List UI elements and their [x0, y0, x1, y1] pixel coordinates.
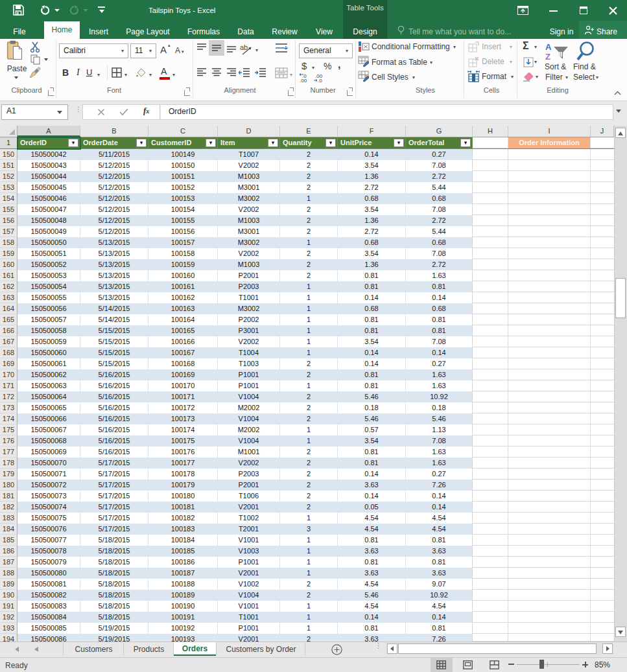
svg-text:.0: .0: [318, 78, 322, 82]
svg-text:Z: Z: [545, 52, 550, 61]
svg-text:.00: .00: [300, 78, 307, 82]
svg-text:ab: ab: [240, 43, 248, 51]
svg-text:A: A: [545, 42, 552, 52]
